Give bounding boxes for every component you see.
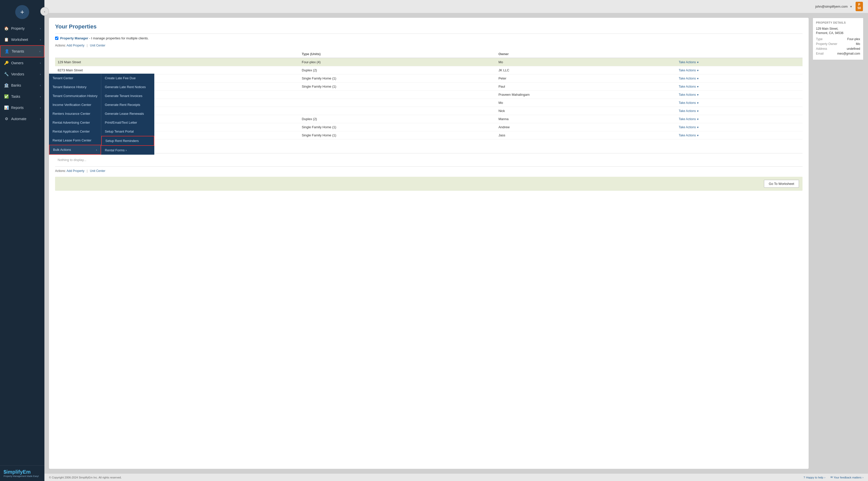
prop-name: 129 Main Street [55,58,299,66]
sidebar-label-automate: Automate [11,117,40,121]
dropdown-item2[interactable]: Setup Tenant Portal [101,127,154,136]
dropdown-item[interactable]: Rental Advertising Center [49,118,101,127]
dropdown-item2[interactable]: Print/Email/Text Letter [101,118,154,127]
prop-type: Single Family Home (1) [299,74,496,83]
nav-arrow-automate: › [40,117,41,120]
nav-arrow-banks: › [40,84,41,87]
reports-icon: 📊 [4,105,9,111]
detail-type: Type Four-plex [816,37,860,41]
take-actions-cell: Take Actions [676,131,803,140]
properties-table: Type (Units) Owner 129 Main Street Four-… [55,50,803,140]
dropdown-item2[interactable]: Generate Tenant Invoices [101,91,154,100]
unit-center-link-bottom[interactable]: Unit Center [90,169,105,173]
take-actions-btn[interactable]: Take Actions [679,68,699,72]
sidebar-label-banks: Banks [11,83,40,87]
property-manager-checkbox[interactable] [55,36,58,40]
owner-value: Mo [856,42,860,46]
take-actions-btn[interactable]: Take Actions [679,109,699,113]
nav-arrow-property: › [40,27,41,30]
property-address: 129 Main Street, Fremont, CA, 94536 [816,27,860,35]
worksheet-icon: 📋 [4,37,9,42]
col-owner: Owner [496,50,676,58]
prop-type: Duplex (2) [299,115,496,123]
take-actions-cell: Take Actions [676,83,803,91]
address-line1: 129 Main Street, [816,27,860,31]
footer-right: ? Happy to help › ✉ Your feedback matter… [804,476,863,479]
prop-type [299,91,496,99]
dropdown-item2[interactable]: Generate Rent Receipts [101,100,154,109]
dropdown-item[interactable]: Tenant Balance History [49,83,101,91]
user-dropdown-arrow[interactable]: ▼ [850,5,852,8]
dropdown-item2[interactable]: Generate Lease Renewals [101,109,154,118]
dropdown-item2[interactable]: Setup Rent Reminders [101,136,154,146]
prop-owner: Jass [496,131,676,140]
sidebar-item-property[interactable]: 🏠 Property › [0,23,44,34]
plan-letter: P [858,3,861,6]
unit-center-link[interactable]: Unit Center [90,44,105,47]
owners-icon: 🔑 [4,60,9,66]
col-actions [676,50,803,58]
sidebar-item-automate[interactable]: ⚙ Automate › [0,113,44,124]
dropdown-item[interactable]: Renters Insurance Center [49,109,101,118]
dropdown-item2[interactable]: Generate Late Rent Notices [101,83,154,91]
take-actions-btn[interactable]: Take Actions [679,60,699,64]
dropdown-item[interactable]: Bulk Actions› [49,145,101,155]
take-actions-btn[interactable]: Take Actions [679,77,699,80]
take-actions-btn[interactable]: Take Actions [679,101,699,104]
sidebar-item-tasks[interactable]: ✅ Tasks › [0,91,44,102]
automate-icon: ⚙ [4,116,9,122]
table-row: Guzi Home Single Family Home (1) Andrew … [55,123,803,131]
dropdown-item2[interactable]: Create Late Fee Due [101,73,154,83]
take-actions-cell: Take Actions [676,123,803,131]
add-property-link-bottom[interactable]: Add Property [66,169,84,173]
property-details-card: PROPERTY DETAILS 129 Main Street, Fremon… [813,18,863,60]
sidebar-label-vendors: Vendors [11,72,40,76]
add-property-link[interactable]: Add Property [66,44,84,47]
table-row: 8273 Main Street Duplex (2) Manna Take A… [55,115,803,123]
take-actions-btn[interactable]: Take Actions [679,125,699,129]
prop-name: 8273 Main Street [55,66,299,74]
take-actions-cell: Take Actions [676,115,803,123]
feedback-link[interactable]: ✉ Your feedback matters › [831,476,863,479]
take-actions-cell: Take Actions [676,74,803,83]
dropdown-item[interactable]: Income Verification Center [49,100,101,109]
actions-row-bottom: Actions: Add Property | Unit Center [55,169,803,173]
take-actions-btn[interactable]: Take Actions [679,117,699,121]
tasks-icon: ✅ [4,94,9,99]
detail-email: Email meo@gmail.com [816,52,860,55]
email-value: meo@gmail.com [837,52,860,55]
take-actions-btn[interactable]: Take Actions [679,85,699,88]
table-row: Praveen Mahalingam Take Actions [55,91,803,99]
sidebar-item-banks[interactable]: 🏦 Banks › [0,80,44,91]
prop-owner: JK LLC [496,66,676,74]
sidebar-label-tasks: Tasks [11,94,40,98]
tenants-icon: 👤 [4,49,10,54]
prop-type: Four-plex (4) [299,58,496,66]
detail-address: Address undefined [816,47,860,51]
prop-type: Duplex (2) [299,66,496,74]
sidebar-item-owners[interactable]: 🔑 Owners › [0,57,44,68]
tenants-dropdown: Tenant CenterTenant Balance HistoryTenan… [49,73,154,155]
take-actions-btn[interactable]: Take Actions [679,93,699,96]
sidebar-item-reports[interactable]: 📊 Reports › [0,102,44,113]
prop-owner: Mo [496,58,676,66]
add-button[interactable]: + [15,5,29,19]
nav-arrow-owners: › [40,61,41,64]
take-actions-btn[interactable]: Take Actions [679,133,699,137]
dropdown-item[interactable]: Rental Application Center [49,127,101,136]
prop-owner: Nick [496,107,676,115]
sidebar-item-vendors[interactable]: 🔧 Vendors › [0,68,44,80]
sidebar-item-worksheet[interactable]: 📋 Worksheet › [0,34,44,45]
dropdown-item[interactable]: Rental Lease Form Center [49,136,101,145]
dropdown-item[interactable]: Tenant Communication History [49,91,101,100]
table-row: 8273 Main Street Duplex (2) JK LLC Take … [55,66,803,74]
sidebar-toggle[interactable]: ‹ [40,7,49,16]
goto-worksheet-button[interactable]: Go To Worksheet [764,180,799,188]
dropdown-item2[interactable]: Rental Forms › [101,146,154,155]
sidebar-item-tenants[interactable]: 👤 Tenants › [0,45,44,57]
plan-number: 50 [858,7,861,10]
happy-to-help-link[interactable]: ? Happy to help › [804,476,825,479]
prop-owner: Mo [496,99,676,107]
feedback-arrow: › [862,476,863,479]
dropdown-item[interactable]: Tenant Center [49,73,101,83]
